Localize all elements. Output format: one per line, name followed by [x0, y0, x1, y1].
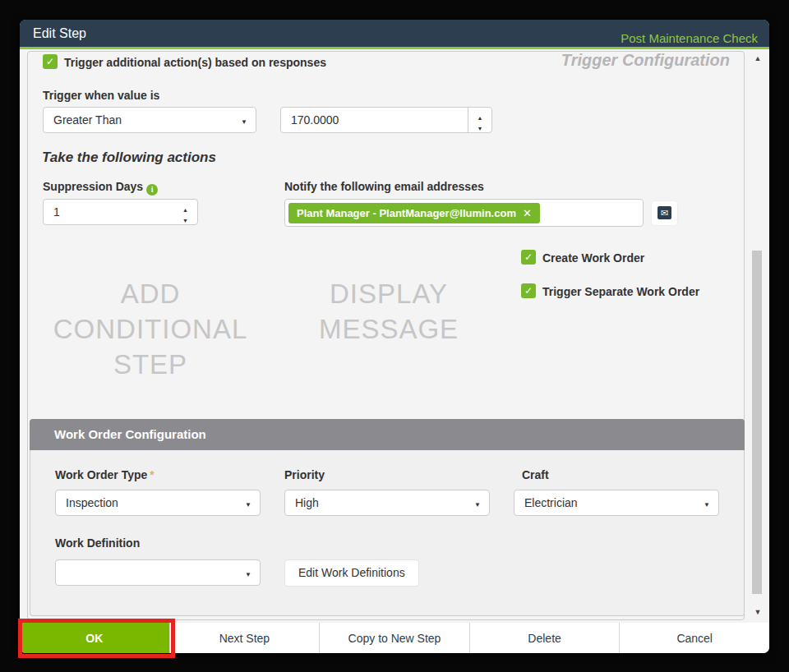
dialog-title: Edit Step: [33, 20, 86, 47]
trigger-configuration-watermark: Trigger Configuration: [561, 51, 730, 70]
trigger-actions-checkbox-label: Trigger additional action(s) based on re…: [64, 56, 326, 69]
delete-button[interactable]: Delete: [469, 623, 620, 653]
dialog-context-title: Post Maintenance Check: [621, 31, 758, 45]
craft-select[interactable]: Electrician: [514, 490, 719, 516]
work-order-type-label: Work Order Type*: [55, 468, 155, 481]
work-order-type-value: Inspection: [66, 496, 118, 509]
email-recipients-input[interactable]: Plant Manager - PlantManager@llumin.com✕: [284, 199, 644, 227]
ok-button[interactable]: OK: [20, 623, 169, 653]
work-order-config-panel: Work Order Configuration Work Order Type…: [30, 419, 745, 616]
copy-to-new-step-button[interactable]: Copy to New Step: [319, 623, 469, 653]
work-definition-label: Work Definition: [55, 536, 140, 550]
dialog-titlebar: Edit Step Post Maintenance Check: [20, 20, 769, 47]
scrollbar-down-icon[interactable]: [750, 608, 766, 619]
next-step-button[interactable]: Next Step: [169, 623, 320, 653]
craft-value: Electrician: [524, 496, 578, 509]
suppression-days-input[interactable]: [44, 200, 173, 224]
chevron-down-icon: [245, 490, 251, 518]
scrollbar-thumb[interactable]: [752, 251, 762, 594]
required-asterisk: *: [150, 468, 154, 481]
threshold-field: [280, 107, 492, 133]
edit-work-definitions-button[interactable]: Edit Work Definitions: [284, 559, 419, 587]
suppression-days-label: Suppression Days: [43, 180, 158, 196]
scrollbar-up-icon[interactable]: [750, 54, 766, 66]
email-recipient-tag: Plant Manager - PlantManager@llumin.com✕: [288, 203, 540, 223]
create-work-order-label: Create Work Order: [542, 251, 644, 265]
add-conditional-step-button[interactable]: ADD CONDITIONAL STEP: [43, 276, 258, 382]
craft-label: Craft: [522, 468, 549, 481]
chevron-down-icon: [245, 560, 251, 587]
priority-select[interactable]: High: [284, 490, 490, 516]
threshold-spinner: [468, 108, 491, 132]
notify-emails-label: Notify the following email addresses: [284, 180, 484, 193]
trigger-when-label: Trigger when value is: [43, 89, 159, 102]
work-order-config-body: Work Order Type* Priority Craft Inspecti…: [30, 450, 745, 616]
email-lookup-button[interactable]: [652, 201, 677, 225]
cancel-button[interactable]: Cancel: [619, 623, 769, 653]
separate-work-order-checkbox[interactable]: [521, 283, 536, 298]
create-work-order-checkbox[interactable]: [521, 250, 536, 265]
remove-tag-icon[interactable]: ✕: [523, 207, 532, 219]
chevron-down-icon: [241, 108, 247, 135]
spinner-down-icon[interactable]: [468, 119, 491, 131]
email-icon: [658, 206, 671, 219]
condition-select[interactable]: Greater Than: [43, 107, 256, 133]
email-recipient-tag-label: Plant Manager - PlantManager@llumin.com: [297, 207, 516, 219]
dialog-footer: OK Next Step Copy to New Step Delete Can…: [20, 623, 769, 653]
actions-heading: Take the following actions: [42, 150, 216, 166]
trigger-actions-checkbox[interactable]: [43, 54, 58, 69]
work-order-config-heading: Work Order Configuration: [30, 419, 745, 450]
priority-label: Priority: [284, 468, 325, 481]
work-order-type-select[interactable]: Inspection: [55, 490, 261, 516]
suppression-days-spinner: [173, 200, 197, 224]
condition-select-value: Greater Than: [53, 113, 122, 127]
display-message-button[interactable]: DISPLAY MESSAGE: [281, 276, 496, 347]
priority-value: High: [295, 496, 319, 509]
edit-step-dialog: Edit Step Post Maintenance Check Trigger…: [20, 20, 769, 653]
threshold-input[interactable]: [281, 108, 467, 132]
spinner-down-icon[interactable]: [173, 211, 197, 223]
info-icon[interactable]: [146, 184, 158, 196]
dialog-content: Trigger additional action(s) based on re…: [20, 49, 769, 623]
suppression-days-field: [43, 199, 198, 225]
chevron-down-icon: [704, 490, 710, 518]
work-definition-select[interactable]: [55, 559, 261, 586]
chevron-down-icon: [474, 490, 481, 518]
separate-work-order-label: Trigger Separate Work Order: [542, 285, 699, 298]
